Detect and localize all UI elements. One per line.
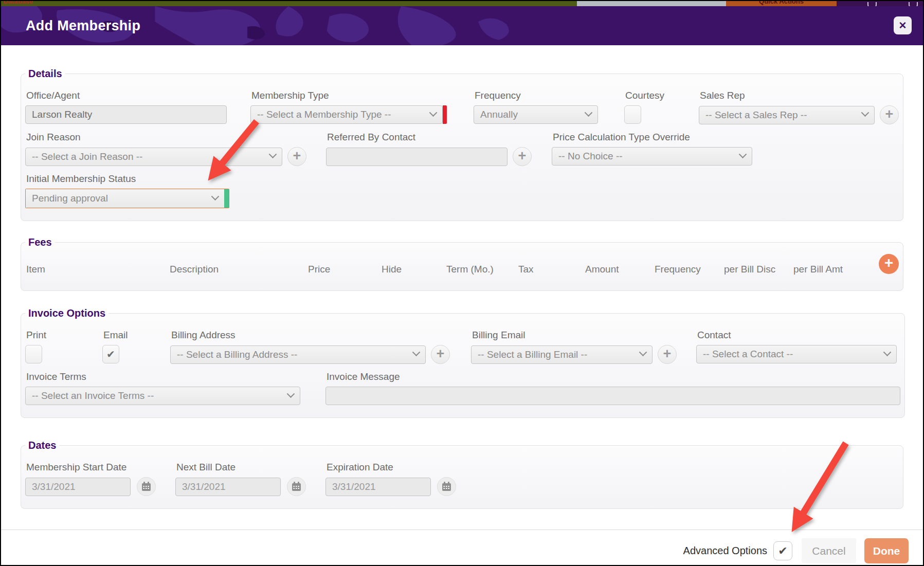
add-referred-by-button[interactable]: + [513, 147, 532, 166]
expiration-date-label: Expiration Date [327, 462, 456, 473]
chevron-down-icon [585, 108, 593, 117]
add-join-reason-button[interactable]: + [287, 147, 306, 166]
fees-header-row: Item Description Price Hide Term (Mo.) T… [25, 264, 899, 275]
fees-col-tax: Tax [518, 264, 585, 275]
cancel-button[interactable]: Cancel [802, 538, 856, 563]
billing-address-value: -- Select a Billing Address -- [177, 349, 297, 360]
chevron-down-icon [211, 192, 220, 200]
contact-select[interactable]: -- Select a Contact -- [696, 345, 897, 363]
email-checkbox[interactable]: ✔ [102, 345, 119, 363]
invoice-options-title: Invoice Options [25, 307, 108, 319]
billing-email-label: Billing Email [472, 330, 677, 341]
invoice-row-2: Invoice Terms -- Select an Invoice Terms… [25, 364, 900, 405]
membership-type-select[interactable]: -- Select a Membership Type -- [250, 105, 443, 124]
footer: Advanced Options ✔ Cancel Done [1, 530, 923, 563]
billing-email-select[interactable]: -- Select a Billing Email -- [471, 345, 653, 364]
next-bill-date-calendar-button[interactable] [287, 477, 306, 496]
join-reason-value: -- Select a Join Reason -- [32, 151, 142, 162]
background-nav-label: Database [3, 1, 577, 6]
details-row-3: Initial Membership Status Pending approv… [25, 166, 899, 208]
initial-status-label: Initial Membership Status [26, 173, 229, 185]
chevron-down-icon [412, 348, 421, 356]
sales-rep-value: -- Select a Sales Rep -- [705, 109, 807, 121]
plus-icon: + [437, 347, 445, 361]
start-date-input[interactable]: 3/31/2021 [25, 478, 131, 496]
plus-icon: + [885, 107, 894, 121]
plus-icon: + [884, 255, 894, 270]
fees-section: Fees Item Description Price Hide Term (M… [21, 236, 903, 291]
price-calc-override-value: -- No Choice -- [558, 151, 623, 162]
referred-by-input[interactable] [326, 148, 508, 166]
expiration-date-value: 3/31/2021 [332, 481, 376, 492]
chevron-down-icon [639, 348, 647, 356]
add-fee-button[interactable]: + [879, 254, 899, 274]
invoice-terms-label: Invoice Terms [26, 371, 300, 382]
details-row-1: Office/Agent Larson Realty Membership Ty… [25, 83, 899, 124]
print-checkbox[interactable] [25, 345, 42, 363]
done-button[interactable]: Done [864, 538, 909, 563]
clipped-background-icon [909, 2, 918, 6]
chevron-down-icon [429, 108, 438, 117]
join-reason-select[interactable]: -- Select a Join Reason -- [25, 148, 282, 166]
initial-status-value: Pending approval [32, 193, 108, 204]
required-indicator [443, 105, 447, 124]
dates-section: Dates Membership Start Date 3/31/2021 [21, 440, 903, 509]
fees-col-item: Item [26, 264, 170, 275]
modal-title: Add Membership [26, 18, 140, 34]
expiration-date-input[interactable]: 3/31/2021 [325, 478, 431, 496]
frequency-select[interactable]: Annually [474, 105, 598, 124]
expiration-date-calendar-button[interactable] [437, 477, 456, 496]
invoice-message-label: Invoice Message [327, 371, 900, 382]
fees-col-term: Term (Mo.) [446, 264, 518, 275]
referred-by-label: Referred By Contact [327, 132, 532, 143]
screen: Database Quick Actions [0, 0, 924, 566]
contact-label: Contact [697, 330, 897, 341]
join-reason-label: Join Reason [26, 132, 306, 143]
frequency-label: Frequency [475, 90, 598, 101]
plus-icon: + [518, 149, 527, 163]
chevron-down-icon [883, 348, 892, 356]
advanced-options-label: Advanced Options [683, 545, 767, 557]
background-quick-actions-segment: Quick Actions [726, 1, 837, 6]
close-button[interactable]: ✕ [894, 16, 912, 34]
contact-value: -- Select a Contact -- [703, 349, 793, 360]
frequency-value: Annually [480, 109, 518, 120]
next-bill-date-input[interactable]: 3/31/2021 [175, 478, 281, 496]
initial-status-select[interactable]: Pending approval [25, 189, 229, 208]
next-bill-date-value: 3/31/2021 [182, 481, 226, 492]
email-label: Email [103, 330, 170, 341]
fees-col-description: Description [170, 264, 308, 275]
courtesy-checkbox[interactable] [624, 105, 641, 124]
details-section: Details Office/Agent Larson Realty Membe… [21, 68, 903, 221]
details-row-2: Join Reason -- Select a Join Reason -- +… [25, 124, 899, 166]
calendar-icon [292, 482, 301, 491]
billing-address-select[interactable]: -- Select a Billing Address -- [170, 345, 426, 364]
invoice-row-1: Print Email ✔ Billing Address -- Select … [25, 322, 900, 364]
billing-email-value: -- Select a Billing Email -- [478, 349, 587, 360]
invoice-terms-select[interactable]: -- Select an Invoice Terms -- [25, 387, 300, 405]
advanced-options-checkbox[interactable]: ✔ [773, 541, 792, 560]
dates-section-title: Dates [25, 440, 59, 451]
fees-col-price: Price [308, 264, 382, 275]
background-header-segment [837, 1, 923, 6]
calendar-icon [442, 482, 451, 491]
details-section-title: Details [25, 68, 65, 80]
plus-icon: + [293, 149, 301, 163]
add-sales-rep-button[interactable]: + [880, 105, 899, 124]
sales-rep-select[interactable]: -- Select a Sales Rep -- [699, 106, 875, 124]
office-agent-value: Larson Realty [32, 109, 92, 120]
price-calc-override-label: Price Calculation Type Override [553, 132, 752, 143]
invoice-terms-value: -- Select an Invoice Terms -- [32, 390, 154, 401]
quick-actions-label: Quick Actions [726, 1, 837, 6]
valid-indicator [224, 189, 229, 208]
add-billing-address-button[interactable]: + [431, 345, 450, 364]
start-date-calendar-button[interactable] [137, 477, 156, 496]
add-billing-email-button[interactable]: + [658, 345, 677, 364]
office-agent-label: Office/Agent [26, 90, 227, 101]
office-agent-input[interactable]: Larson Realty [25, 105, 227, 124]
price-calc-override-select[interactable]: -- No Choice -- [552, 147, 752, 166]
background-search-segment [577, 1, 726, 6]
start-date-label: Membership Start Date [26, 462, 156, 473]
invoice-message-input[interactable] [325, 387, 900, 405]
billing-address-label: Billing Address [171, 330, 450, 341]
